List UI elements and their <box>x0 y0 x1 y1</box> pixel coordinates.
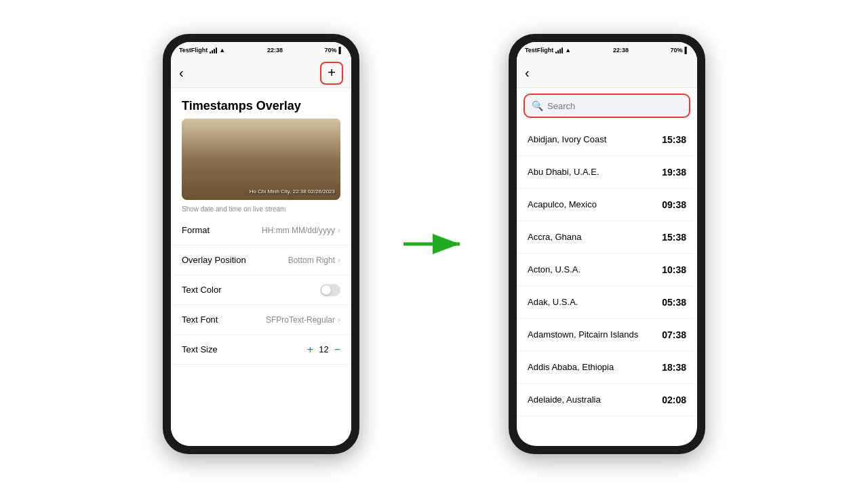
city-name: Abu Dhabi, U.A.E. <box>528 167 599 177</box>
battery-percent-2: 70% <box>671 47 683 54</box>
bar1 <box>210 52 211 54</box>
subtitle-text: Show date and time on live stream <box>171 200 351 216</box>
app-name-2: TestFlight <box>525 47 553 54</box>
text-size-stepper: + 12 − <box>307 344 340 356</box>
search-icon: 🔍 <box>532 100 543 111</box>
city-row[interactable]: Abidjan, Ivory Coast15:38 <box>517 123 697 156</box>
text-size-value: 12 <box>319 344 328 354</box>
bar4-2 <box>561 47 563 54</box>
text-color-label: Text Color <box>182 285 222 295</box>
status-bar-1: TestFlight ▲ 22:38 70% ▌ <box>171 42 351 58</box>
text-font-value-container: SFProText-Regular › <box>266 315 340 325</box>
overlay-position-label: Overlay Position <box>182 255 246 265</box>
settings-list: Format HH:mm MM/dd/yyyy › Overlay Positi… <box>171 216 351 365</box>
status-time-1: 22:38 <box>267 47 283 54</box>
format-value-container: HH:mm MM/dd/yyyy › <box>262 226 340 235</box>
city-row[interactable]: Adamstown, Pitcairn Islands07:38 <box>517 319 697 351</box>
video-bg <box>182 119 340 200</box>
bar2 <box>212 50 213 54</box>
city-name: Accra, Ghana <box>528 232 582 242</box>
back-button-2[interactable]: ‹ <box>525 65 530 81</box>
city-time: 15:38 <box>662 232 686 243</box>
city-row[interactable]: Accra, Ghana15:38 <box>517 221 697 253</box>
nav-bar-1: ‹ + <box>171 58 351 88</box>
city-row[interactable]: Abu Dhabi, U.A.E.19:38 <box>517 156 697 188</box>
page-title-1: Timestamps Overlay <box>171 88 351 119</box>
city-time: 15:38 <box>662 134 686 145</box>
status-left-2: TestFlight ▲ <box>525 47 571 54</box>
format-value: HH:mm MM/dd/yyyy <box>262 226 335 235</box>
city-name: Adamstown, Pitcairn Islands <box>528 329 638 340</box>
city-row[interactable]: Acton, U.S.A.10:38 <box>517 253 697 286</box>
city-time: 19:38 <box>662 167 686 178</box>
city-time: 02:08 <box>662 394 686 405</box>
arrow-icon <box>400 230 468 258</box>
text-font-value: SFProText-Regular <box>266 315 335 325</box>
overlay-position-value-container: Bottom Right › <box>288 256 340 265</box>
battery-icon-2: ▌ <box>685 47 689 54</box>
text-font-chevron: › <box>338 315 340 325</box>
city-name: Abidjan, Ivory Coast <box>528 134 606 144</box>
overlay-position-row[interactable]: Overlay Position Bottom Right › <box>171 245 351 275</box>
bar3 <box>214 49 215 54</box>
city-name: Acton, U.S.A. <box>528 264 580 274</box>
video-preview: Ho Chi Minh City, 22:38 02/26/2023 <box>182 119 340 200</box>
overlay-position-chevron: › <box>338 256 340 265</box>
text-color-value-container <box>320 284 340 296</box>
status-right-1: 70% ▌ <box>325 47 343 54</box>
format-label: Format <box>182 225 210 235</box>
city-name: Adak, U.S.A. <box>528 297 578 307</box>
battery-icon-1: ▌ <box>339 47 343 54</box>
city-name: Acapulco, Mexico <box>528 199 597 209</box>
battery-percent-1: 70% <box>325 47 337 54</box>
city-time: 09:38 <box>662 199 686 210</box>
text-size-decrement[interactable]: − <box>334 344 340 356</box>
signal-bars-1 <box>210 47 217 54</box>
wifi-icon-1: ▲ <box>219 47 225 54</box>
phone-1: TestFlight ▲ 22:38 70% ▌ ‹ + <box>163 34 359 454</box>
search-bar[interactable]: 🔍 <box>524 94 690 118</box>
city-time: 05:38 <box>662 297 686 308</box>
text-color-row[interactable]: Text Color <box>171 275 351 305</box>
overlay-position-value: Bottom Right <box>288 256 335 265</box>
format-chevron: › <box>338 226 340 235</box>
bar4 <box>216 47 217 54</box>
status-bar-2: TestFlight ▲ 22:38 70% ▌ <box>517 42 697 58</box>
text-size-row: Text Size + 12 − <box>171 335 351 365</box>
text-size-label: Text Size <box>182 344 218 354</box>
phone-2: TestFlight ▲ 22:38 70% ▌ ‹ 🔍 <box>509 34 705 454</box>
city-row[interactable]: Adelaide, Australia02:08 <box>517 384 697 416</box>
city-list: Abidjan, Ivory Coast15:38Abu Dhabi, U.A.… <box>517 123 697 446</box>
nav-bar-2: ‹ <box>517 58 697 88</box>
back-button-1[interactable]: ‹ <box>179 65 184 81</box>
city-name: Addis Ababa, Ethiopia <box>528 362 614 372</box>
signal-bars-2 <box>555 47 563 54</box>
app-name-1: TestFlight <box>179 47 208 54</box>
city-time: 07:38 <box>662 329 686 340</box>
status-time-2: 22:38 <box>613 47 629 54</box>
wifi-icon-2: ▲ <box>565 47 571 54</box>
screen-content-1: Timestamps Overlay Ho Chi Minh City, 22:… <box>171 88 351 446</box>
city-name: Adelaide, Australia <box>528 394 601 405</box>
bar3-2 <box>559 49 561 54</box>
bar1-2 <box>555 52 557 54</box>
status-left-1: TestFlight ▲ <box>179 47 225 54</box>
text-size-increment[interactable]: + <box>307 344 313 356</box>
text-font-row[interactable]: Text Font SFProText-Regular › <box>171 305 351 335</box>
text-font-label: Text Font <box>182 314 218 325</box>
city-row[interactable]: Adak, U.S.A.05:38 <box>517 286 697 319</box>
search-input[interactable] <box>547 101 682 111</box>
text-color-toggle[interactable] <box>320 284 340 296</box>
status-right-2: 70% ▌ <box>671 47 689 54</box>
format-row[interactable]: Format HH:mm MM/dd/yyyy › <box>171 216 351 245</box>
video-overlay-text: Ho Chi Minh City, 22:38 02/26/2023 <box>250 188 335 195</box>
bar2-2 <box>557 50 559 54</box>
plus-button[interactable]: + <box>320 62 343 85</box>
arrow-container <box>400 230 468 258</box>
city-row[interactable]: Addis Ababa, Ethiopia18:38 <box>517 351 697 384</box>
city-time: 18:38 <box>662 362 686 373</box>
city-time: 10:38 <box>662 264 686 275</box>
city-row[interactable]: Acapulco, Mexico09:38 <box>517 188 697 221</box>
